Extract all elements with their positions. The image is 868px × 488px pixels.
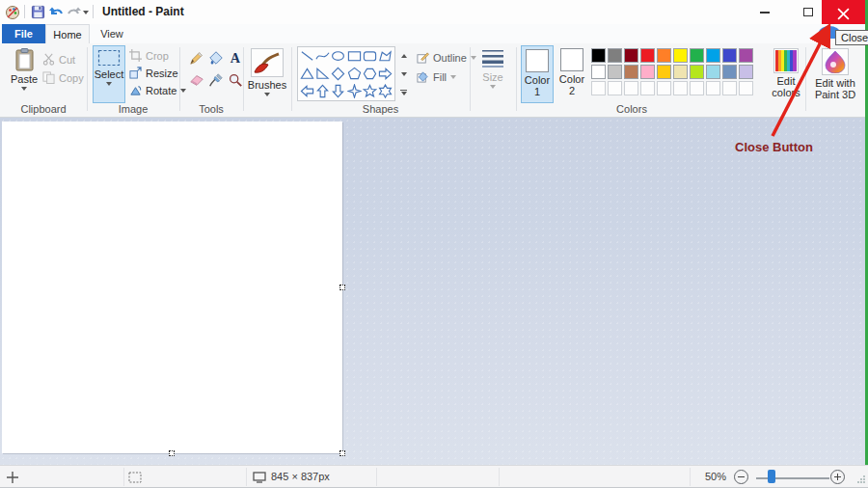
shape-rectangle[interactable]	[346, 48, 362, 66]
shapes-scroll-down-button[interactable]	[397, 65, 410, 83]
palette-empty-slot[interactable]	[591, 81, 606, 95]
fill-with-color-tool-button[interactable]	[206, 49, 226, 68]
undo-button[interactable]	[47, 4, 65, 20]
palette-swatch[interactable]	[591, 65, 606, 79]
shape-line[interactable]	[299, 48, 314, 66]
save-button[interactable]	[29, 4, 46, 20]
canvas-resize-handle-bottom[interactable]	[169, 450, 175, 456]
shape-polygon[interactable]	[378, 48, 393, 66]
paste-button[interactable]: Paste	[6, 45, 42, 101]
statusbar-separator	[246, 468, 247, 486]
color1-button[interactable]: Color 1	[521, 45, 554, 103]
shape-oval[interactable]	[331, 48, 346, 66]
brushes-icon	[254, 51, 281, 74]
shape-hexagon[interactable]	[362, 66, 377, 83]
zoom-slider-thumb[interactable]	[768, 470, 775, 483]
color2-button[interactable]: Color 2	[556, 45, 588, 103]
palette-empty-slot[interactable]	[673, 81, 688, 95]
size-button[interactable]: Size	[475, 45, 510, 101]
palette-swatch[interactable]	[624, 48, 638, 63]
palette-swatch[interactable]	[624, 65, 638, 79]
palette-swatch[interactable]	[673, 65, 688, 79]
rotate-button[interactable]: Rotate	[129, 82, 186, 98]
color-picker-tool-button[interactable]	[206, 71, 226, 91]
edit-with-paint3d-button[interactable]: Edit with Paint 3D	[807, 45, 863, 103]
tab-file[interactable]: File	[2, 24, 45, 43]
shapes-more-button[interactable]	[397, 83, 410, 101]
redo-icon	[66, 6, 82, 19]
drawing-canvas[interactable]	[2, 122, 342, 453]
canvas-resize-handle-right[interactable]	[339, 285, 345, 290]
palette-swatch[interactable]	[706, 65, 720, 79]
shape-left-arrow[interactable]	[299, 82, 314, 99]
palette-empty-slot[interactable]	[739, 81, 753, 95]
shape-right-triangle[interactable]	[314, 66, 330, 83]
right-triangle-icon	[315, 67, 330, 81]
text-tool-button[interactable]: A	[226, 49, 245, 68]
statusbar-separator	[499, 468, 500, 486]
palette-empty-slot[interactable]	[624, 81, 638, 95]
palette-swatch[interactable]	[608, 48, 622, 63]
palette-empty-slot[interactable]	[657, 81, 671, 95]
more-icon	[400, 90, 407, 91]
pencil-tool-button[interactable]	[187, 49, 206, 68]
eraser-tool-button[interactable]	[187, 71, 206, 91]
shape-four-point-star[interactable]	[346, 82, 362, 99]
window-resize-grip[interactable]	[857, 475, 865, 483]
zoom-out-button[interactable]	[734, 470, 748, 484]
close-button[interactable]	[822, 0, 865, 27]
shape-down-arrow[interactable]	[331, 82, 346, 99]
palette-swatch[interactable]	[739, 48, 753, 63]
minimize-button[interactable]	[743, 0, 786, 24]
palette-swatch[interactable]	[608, 65, 622, 79]
shape-right-arrow[interactable]	[378, 66, 393, 83]
tab-home[interactable]: Home	[45, 24, 90, 43]
palette-empty-slot[interactable]	[722, 81, 737, 95]
palette-swatch[interactable]	[722, 48, 737, 63]
shape-up-arrow[interactable]	[314, 82, 330, 99]
image-group-label: Image	[87, 103, 179, 115]
copy-button[interactable]: Copy	[42, 69, 84, 86]
fill-button[interactable]: Fill	[417, 68, 456, 85]
shape-diamond[interactable]	[331, 66, 346, 83]
select-button[interactable]: Select	[93, 45, 125, 103]
outline-button[interactable]: Outline	[417, 49, 476, 66]
edit-colors-icon-frame	[773, 48, 799, 73]
palette-swatch[interactable]	[673, 48, 688, 63]
tools-group-label: Tools	[179, 103, 243, 115]
size-group: Size	[470, 43, 516, 118]
shape-six-point-star[interactable]	[378, 82, 393, 99]
palette-swatch[interactable]	[591, 48, 606, 63]
palette-swatch[interactable]	[640, 48, 655, 63]
palette-swatch[interactable]	[640, 65, 655, 79]
brushes-button[interactable]: Brushes	[248, 45, 286, 105]
palette-swatch[interactable]	[657, 48, 671, 63]
palette-empty-slot[interactable]	[690, 81, 704, 95]
shape-pentagon[interactable]	[346, 66, 362, 83]
shape-five-point-star[interactable]	[362, 82, 377, 99]
palette-swatch[interactable]	[722, 65, 737, 79]
chevron-down-icon	[83, 11, 89, 14]
palette-swatch[interactable]	[690, 48, 704, 63]
palette-swatch[interactable]	[657, 65, 671, 79]
palette-empty-slot[interactable]	[608, 81, 622, 95]
crop-button[interactable]: Crop	[129, 47, 169, 64]
resize-button[interactable]: Resize	[129, 65, 178, 81]
shape-triangle[interactable]	[299, 66, 314, 83]
polygon-icon	[378, 49, 393, 64]
magnifier-tool-button[interactable]	[226, 71, 245, 91]
palette-swatch[interactable]	[690, 65, 704, 79]
palette-swatch[interactable]	[706, 48, 720, 63]
shape-rounded-rectangle[interactable]	[362, 48, 377, 66]
palette-swatch[interactable]	[739, 65, 753, 79]
edit-colors-button[interactable]: Edit colors	[767, 45, 805, 103]
tab-view[interactable]: View	[90, 24, 134, 43]
shape-curve[interactable]	[314, 48, 330, 66]
zoom-in-button[interactable]	[830, 470, 845, 484]
palette-empty-slot[interactable]	[640, 81, 655, 95]
shapes-scroll-up-button[interactable]	[397, 46, 410, 65]
canvas-resize-handle-corner[interactable]	[339, 450, 345, 456]
palette-empty-slot[interactable]	[706, 81, 720, 95]
cut-button[interactable]: Cut	[42, 51, 75, 68]
qat-customize-button[interactable]	[80, 4, 92, 20]
